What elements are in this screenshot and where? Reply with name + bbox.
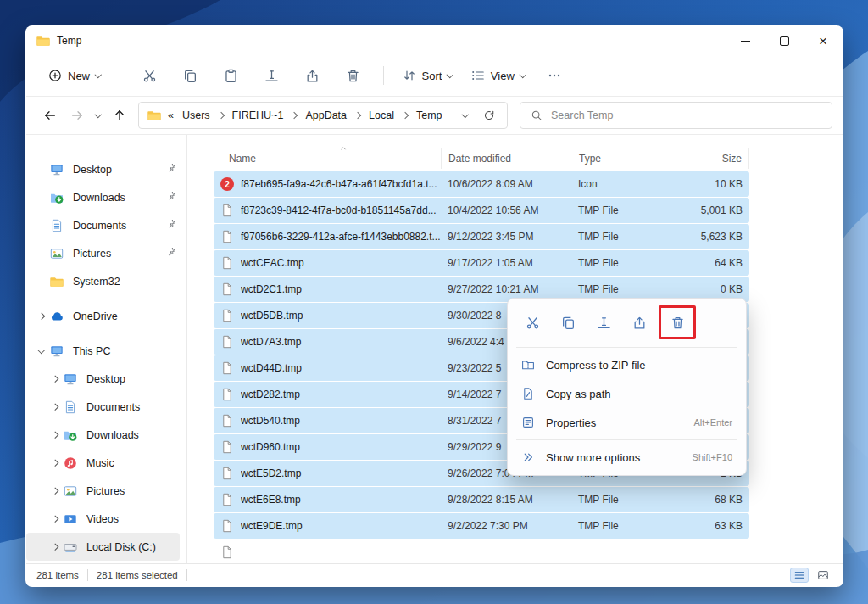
refresh-button[interactable] <box>480 104 498 126</box>
rename-icon <box>264 69 279 83</box>
folder-icon <box>50 275 64 288</box>
menu-item-compress-to-zip[interactable]: Compress to ZIP file <box>508 350 746 379</box>
search-input[interactable] <box>549 109 821 122</box>
chevron-down-icon[interactable] <box>38 347 45 354</box>
chevron-right-icon[interactable] <box>52 488 58 495</box>
sort-label: Sort <box>422 70 442 82</box>
breadcrumb-temp[interactable]: Temp <box>415 108 444 123</box>
sidebar-item-downloads[interactable]: Downloads <box>26 183 186 211</box>
share-icon <box>305 69 320 83</box>
context-cut-button[interactable] <box>516 308 548 337</box>
sidebar-item-pc-pictures[interactable]: Pictures <box>26 477 186 505</box>
column-header-size[interactable]: Size <box>670 148 749 169</box>
sidebar-label: Documents <box>86 401 140 413</box>
forward-button[interactable] <box>64 102 91 129</box>
column-label: Type <box>579 153 601 165</box>
details-view-button[interactable] <box>790 568 809 583</box>
recent-locations-button[interactable] <box>91 102 106 129</box>
sidebar-item-desktop[interactable]: Desktop <box>26 155 186 183</box>
downloads-icon <box>50 191 64 204</box>
chevron-right-icon[interactable] <box>38 313 45 320</box>
column-header-name[interactable]: Name <box>214 148 441 169</box>
column-header-date-modified[interactable]: Date modified <box>441 148 570 169</box>
see-more-button[interactable] <box>537 61 571 90</box>
sort-button[interactable]: Sort <box>394 61 461 90</box>
chevron-right-icon[interactable] <box>52 376 58 383</box>
sidebar-item-pictures[interactable]: Pictures <box>26 239 186 267</box>
sidebar-item-onedrive[interactable]: OneDrive <box>26 302 186 330</box>
chevron-right-icon[interactable] <box>52 404 58 411</box>
file-row[interactable]: wctE6E8.tmp 9/28/2022 8:15 AM TMP File 6… <box>214 487 749 512</box>
address-dropdown-button[interactable] <box>456 104 475 126</box>
context-copy-button[interactable] <box>552 308 584 337</box>
back-button[interactable] <box>36 102 64 129</box>
breadcrumb-local[interactable]: Local <box>367 108 396 123</box>
sidebar-item-pc-desktop[interactable]: Desktop <box>26 365 186 393</box>
up-button[interactable] <box>106 102 133 129</box>
file-type: TMP File <box>570 283 670 295</box>
breadcrumb-users[interactable]: Users <box>181 108 212 123</box>
maximize-button[interactable] <box>765 26 804 55</box>
paste-button[interactable] <box>214 61 248 90</box>
delete-button[interactable] <box>337 61 370 90</box>
menu-item-properties[interactable]: Properties Alt+Enter <box>508 408 746 437</box>
file-row[interactable]: 2 f87eb695-fa9a-42c6-b47a-a61f47bcfd1a.t… <box>214 171 749 197</box>
details-view-icon <box>793 569 805 581</box>
thumbnails-view-button[interactable] <box>814 568 832 583</box>
file-page-icon <box>220 361 234 375</box>
cut-button[interactable] <box>133 61 167 90</box>
sidebar-item-documents[interactable]: Documents <box>26 211 186 239</box>
icon-file-badge: 2 <box>214 177 241 191</box>
sidebar-item-pc-videos[interactable]: Videos <box>26 505 186 533</box>
new-button[interactable]: New <box>40 61 109 90</box>
sidebar-item-pc-downloads[interactable]: Downloads <box>26 421 186 449</box>
file-row[interactable]: f97056b6-3229-412a-afce-f1443ebb0882.t..… <box>214 224 749 249</box>
chevron-right-icon[interactable] <box>52 544 58 551</box>
breadcrumb-overflow[interactable]: « <box>166 108 175 123</box>
share-button[interactable] <box>296 61 330 90</box>
pin-icon <box>166 191 176 201</box>
context-rename-button[interactable] <box>587 308 620 337</box>
sidebar-label: OneDrive <box>73 310 118 322</box>
context-menu-icon-row <box>508 302 746 344</box>
menu-item-copy-as-path[interactable]: Copy as path <box>508 379 746 408</box>
address-bar[interactable]: « Users FIREHU~1 AppData Local Temp <box>138 102 508 129</box>
chevron-right-icon[interactable] <box>52 516 58 523</box>
column-label: Size <box>722 153 742 165</box>
view-button[interactable]: View <box>463 61 533 90</box>
menu-item-show-more-options[interactable]: Show more options Shift+F10 <box>508 443 746 472</box>
chevron-right-icon[interactable] <box>52 432 58 439</box>
context-delete-button[interactable] <box>661 308 693 337</box>
sidebar-item-this-pc[interactable]: This PC <box>26 337 186 365</box>
breadcrumb-firehu[interactable]: FIREHU~1 <box>231 108 286 123</box>
sidebar-item-local-disk-c[interactable]: Local Disk (C:) <box>26 533 180 561</box>
sidebar-item-system32[interactable]: System32 <box>26 267 186 295</box>
file-row[interactable]: wctE9DE.tmp 9/2/2022 7:30 PM TMP File 63… <box>214 513 749 539</box>
breadcrumb-appdata[interactable]: AppData <box>303 108 348 123</box>
sidebar-item-pc-music[interactable]: Music <box>26 449 186 477</box>
column-label: Name <box>229 153 256 165</box>
rename-button[interactable] <box>255 61 289 90</box>
chevron-right-icon[interactable] <box>52 460 58 467</box>
file-date: 9/28/2022 8:15 AM <box>441 494 570 506</box>
refresh-icon <box>483 109 495 121</box>
close-button[interactable] <box>804 26 843 55</box>
minimize-button[interactable] <box>726 26 765 55</box>
file-name: f8723c39-8412-4f7a-bc0d-b1851145a7dd... <box>241 204 441 216</box>
window-controls <box>726 26 843 55</box>
sidebar-item-pc-documents[interactable]: Documents <box>26 393 186 421</box>
file-icon <box>214 440 241 454</box>
file-row[interactable]: wctCEAC.tmp 9/17/2022 1:05 AM TMP File 6… <box>214 250 749 276</box>
file-icon <box>214 414 241 428</box>
file-page-icon <box>220 493 234 506</box>
file-row-partial[interactable] <box>214 540 749 563</box>
copy-path-icon <box>521 387 535 400</box>
file-icon <box>214 493 241 506</box>
file-page-icon <box>220 256 234 270</box>
context-share-button[interactable] <box>623 308 655 337</box>
column-header-type[interactable]: Type <box>570 148 670 169</box>
thumbnails-view-icon <box>817 569 829 581</box>
copy-button[interactable] <box>174 61 208 90</box>
arrow-up-icon <box>113 109 126 122</box>
file-row[interactable]: f8723c39-8412-4f7a-bc0d-b1851145a7dd... … <box>214 198 749 223</box>
